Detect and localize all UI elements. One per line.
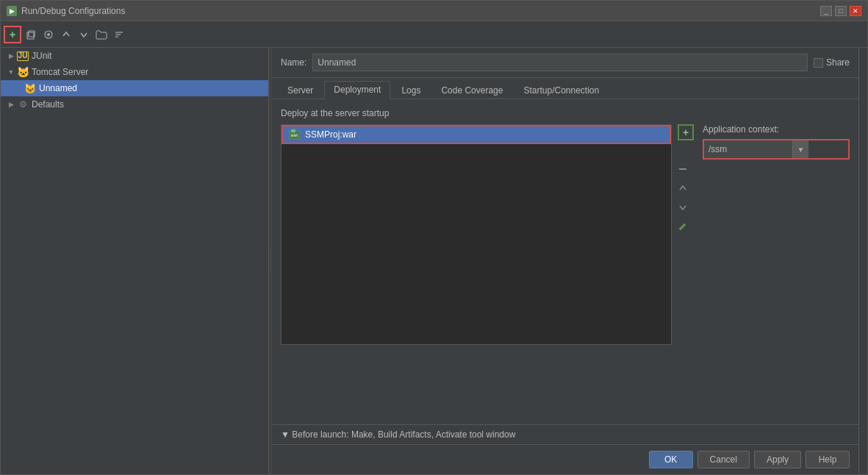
artifact-row[interactable]: WAR SSMProj:war [281, 125, 671, 144]
minimize-button[interactable]: _ [820, 6, 832, 16]
share-label: Share [826, 57, 850, 68]
tabs-bar: Server Deployment Logs Code Coverage Sta… [272, 78, 858, 99]
svg-text:WAR: WAR [291, 133, 298, 138]
app-context-input-row: ▼ [703, 139, 850, 160]
tab-logs[interactable]: Logs [392, 82, 430, 99]
share-checkbox[interactable] [814, 58, 823, 68]
add-config-button[interactable]: + [4, 26, 21, 43]
unnamed-label: Unnamed [39, 83, 77, 93]
window-title: Run/Debug Configurations [21, 6, 820, 16]
toolbar: + [1, 21, 867, 48]
move-artifact-down-button[interactable] [675, 199, 691, 215]
artifact-side-controls [675, 140, 694, 235]
create-folder-button[interactable] [93, 26, 110, 43]
app-context-label: Application context: [703, 124, 850, 135]
artifact-list-container: WAR SSMProj:war + [281, 124, 694, 345]
ok-button[interactable]: OK [649, 451, 693, 468]
sidebar-item-junit[interactable]: ▶ JU JUnit [1, 48, 268, 64]
main-content: ▶ JU JUnit ▼ 🐱 Tomcat Server 🐱 Unnamed ▶ [1, 48, 867, 474]
svg-rect-0 [27, 32, 34, 39]
name-input[interactable] [312, 54, 808, 71]
sidebar-item-tomcat[interactable]: ▼ 🐱 Tomcat Server [1, 64, 268, 80]
sidebar-item-unnamed[interactable]: 🐱 Unnamed [1, 80, 268, 96]
defaults-icon: ⚙ [17, 99, 29, 110]
artifact-list: WAR SSMProj:war [281, 124, 672, 345]
tab-content-deployment: Deploy at the server startup [272, 99, 858, 424]
move-up-button[interactable] [58, 26, 74, 43]
copy-config-button[interactable] [23, 26, 39, 43]
app-context-input[interactable] [704, 140, 792, 158]
artifact-name: SSMProj:war [305, 129, 356, 140]
tab-deployment[interactable]: Deployment [324, 81, 390, 99]
move-down-button[interactable] [76, 26, 92, 43]
name-bar: Name: Share [272, 48, 858, 78]
add-artifact-button[interactable]: + [678, 124, 694, 140]
apply-button[interactable]: Apply [754, 451, 801, 468]
main-window: ▶ Run/Debug Configurations _ □ ✕ + [0, 0, 868, 475]
tomcat-label: Tomcat Server [32, 67, 88, 77]
right-panel: Name: Share Server Deployment Logs [272, 48, 858, 474]
svg-rect-8 [291, 129, 295, 132]
defaults-arrow: ▶ [7, 100, 15, 109]
window-controls: _ □ ✕ [820, 6, 861, 16]
before-launch-text: ▼ Before launch: Make, Build Artifacts, … [281, 429, 515, 440]
remove-artifact-button[interactable] [675, 161, 691, 177]
sidebar: ▶ JU JUnit ▼ 🐱 Tomcat Server 🐱 Unnamed ▶ [1, 48, 269, 474]
artifact-war-icon: WAR [289, 129, 301, 140]
sidebar-item-defaults[interactable]: ▶ ⚙ Defaults [1, 96, 268, 113]
tab-server[interactable]: Server [278, 82, 323, 99]
bottom-buttons: OK Cancel Apply Help [272, 444, 858, 474]
svg-point-3 [47, 33, 50, 36]
tab-code-coverage[interactable]: Code Coverage [431, 82, 512, 99]
app-context-area: Application context: ▼ [703, 124, 850, 345]
junit-label: JUnit [32, 51, 51, 61]
edit-artifact-button[interactable] [675, 218, 691, 235]
cancel-button[interactable]: Cancel [697, 451, 750, 468]
unnamed-icon: 🐱 [24, 82, 36, 94]
tomcat-arrow: ▼ [7, 68, 15, 76]
close-button[interactable]: ✕ [850, 6, 861, 16]
deployment-area: WAR SSMProj:war + [281, 124, 850, 345]
title-bar: ▶ Run/Debug Configurations _ □ ✕ [1, 1, 867, 21]
maximize-button[interactable]: □ [835, 6, 847, 16]
help-button[interactable]: Help [806, 451, 850, 468]
before-launch-section[interactable]: ▼ Before launch: Make, Build Artifacts, … [272, 424, 858, 444]
junit-arrow: ▶ [7, 51, 15, 60]
app-context-dropdown-button[interactable]: ▼ [792, 140, 808, 158]
edit-defaults-button[interactable] [40, 26, 57, 43]
junit-icon: JU [17, 50, 29, 62]
sort-button[interactable] [111, 26, 127, 43]
defaults-label: Defaults [32, 99, 64, 110]
name-label: Name: [281, 57, 306, 68]
tomcat-icon: 🐱 [17, 66, 29, 78]
scrollbar[interactable] [858, 48, 867, 474]
deploy-at-startup-label: Deploy at the server startup [281, 108, 850, 118]
window-icon: ▶ [7, 6, 17, 16]
share-area: Share [814, 57, 850, 68]
tab-startup-connection[interactable]: Startup/Connection [514, 82, 609, 99]
move-artifact-up-button[interactable] [675, 180, 691, 196]
